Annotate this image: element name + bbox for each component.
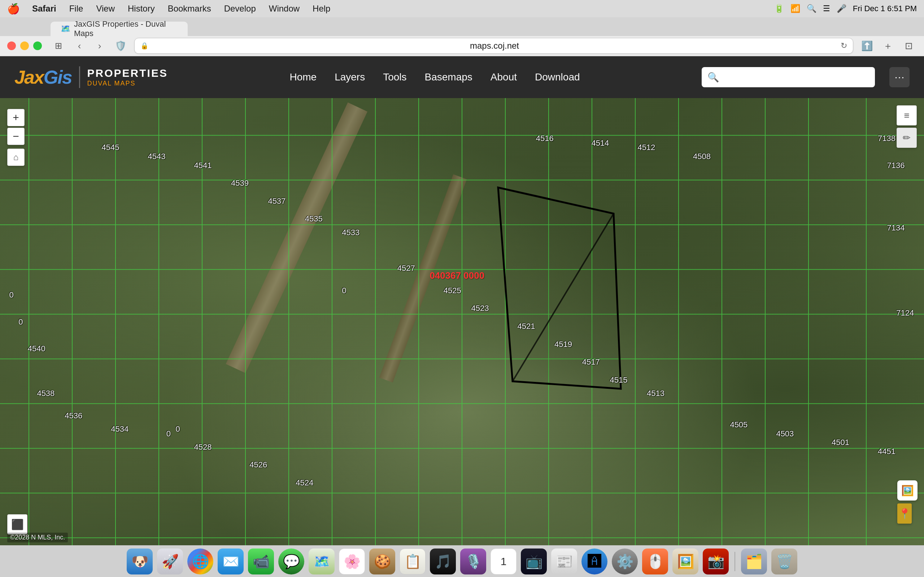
appstore-icon: 🅰 [588,554,601,569]
dock-appstore[interactable]: 🅰 [582,548,607,574]
cookies-icon: 🍪 [374,554,391,569]
header-search-container[interactable]: 🔍 [702,67,875,87]
reminders-icon: 📋 [404,554,421,569]
dock-safari-cookies[interactable]: 🍪 [369,548,395,574]
menubar-right: 🔋 📶 🔍 ☰ 🎤 Fri Dec 1 6:51 PM [774,4,917,13]
dock-reminders[interactable]: 📋 [399,548,426,574]
nav-layers[interactable]: Layers [334,71,365,83]
dock-launchpad[interactable]: 🚀 [157,548,183,574]
apple-menu[interactable]: 🍎 [7,3,20,15]
zoom-out-button[interactable]: − [7,128,24,145]
header-share-button[interactable]: ⋯ [889,67,909,87]
dock-sysprefs[interactable]: ⚙️ [612,548,638,574]
nav-basemaps[interactable]: Basemaps [425,71,472,83]
traffic-lights [7,42,42,50]
lock-icon: 🔒 [141,42,149,50]
toolbar-actions: ⬆️ ＋ ⊡ [859,38,917,54]
back-button[interactable]: ‹ [72,39,87,53]
photobooth-icon: 📸 [708,554,724,569]
podcasts-icon: 🎙️ [465,554,482,569]
app-header: Jax Gis PROPERTIES DUVAL MAPS Home Layer… [0,56,924,98]
appletv-icon: 📺 [525,554,543,569]
dock-music[interactable]: 🎵 [430,548,456,574]
macos-dock: 🐶 🚀 🌐 ✉️ 📹 💬 🗺️ 🌸 🍪 📋 🎵 🎙️ 1 📺 📰 🅰 [0,545,924,577]
nav-about[interactable]: About [491,71,517,83]
address-bar[interactable]: 🔒 maps.coj.net ↻ [134,38,853,54]
mail-icon: ✉️ [222,554,239,569]
share-button[interactable]: ⬆️ [859,38,875,54]
calendar-icon: 1 [501,555,507,567]
edit-view-button[interactable]: ✏ [897,128,917,148]
dock-appletv[interactable]: 📺 [521,548,547,574]
control-center-icon[interactable]: ☰ [823,4,830,13]
map-container[interactable]: 4545 4543 4541 4539 4537 4535 4533 4527 … [0,98,924,545]
tab-favicon: 🗺️ [61,24,70,34]
logo-divider [79,66,80,88]
logo-gis-text: Gis [44,66,72,88]
tab-title: JaxGIS Properties - Duval Maps [74,19,178,38]
nav-download[interactable]: Download [535,71,580,83]
launchpad-icon: 🚀 [162,554,179,569]
facetime-icon: 📹 [253,554,270,569]
menu-file[interactable]: File [67,3,86,15]
dock-news[interactable]: 📰 [551,548,577,574]
dock-calendar[interactable]: 1 [491,548,517,574]
wifi-icon: 📶 [790,4,800,13]
url-display: maps.coj.net [152,41,837,51]
dock-mail[interactable]: ✉️ [218,548,244,574]
preview-icon: 🖼️ [677,554,694,569]
dock-finder[interactable]: 🐶 [127,548,153,574]
dock-photobooth[interactable]: 📸 [703,548,729,574]
logo-jax-text: Jax [15,66,44,88]
dock-separator [735,552,735,571]
finder-icon: 🐶 [131,554,149,569]
tab-overview-button[interactable]: ⊡ [901,38,917,54]
browser-tab-active[interactable]: 🗺️ JaxGIS Properties - Duval Maps [50,22,188,36]
menu-develop[interactable]: Develop [222,3,258,15]
reload-button[interactable]: ↻ [841,41,847,50]
menu-window[interactable]: Window [267,3,302,15]
dock-maps[interactable]: 🗺️ [309,548,334,574]
screenshot-icon: ⬛ [11,519,24,530]
screenshot-button[interactable]: ⬛ [7,514,27,534]
home-button[interactable]: ⌂ [7,148,24,166]
dock-unknown1[interactable]: 🗂️ [741,548,767,574]
menu-history[interactable]: History [126,3,157,15]
dock-cursorpro[interactable]: 🖱️ [642,548,668,574]
app-logo: Jax Gis PROPERTIES DUVAL MAPS [15,66,168,88]
dock-podcasts[interactable]: 🎙️ [460,548,486,574]
datetime-display: Fri Dec 1 6:51 PM [853,4,917,13]
dock-facetime[interactable]: 📹 [248,548,274,574]
browser-tabs: 🗺️ JaxGIS Properties - Duval Maps [0,17,924,36]
dock-preview[interactable]: 🖼️ [672,548,698,574]
photo-thumbnail-button[interactable]: 🖼️ [897,480,918,501]
dock-photos[interactable]: 🌸 [339,548,365,574]
dock-unknown2[interactable]: 🗑️ [771,548,797,574]
new-tab-button[interactable]: ＋ [880,38,896,54]
unknown2-icon: 🗑️ [776,554,793,569]
menu-safari[interactable]: Safari [30,3,58,15]
unknown1-icon: 🗂️ [746,554,762,569]
messages-icon: 💬 [283,554,300,569]
header-search-input[interactable] [723,73,869,82]
menu-bookmarks[interactable]: Bookmarks [166,3,213,15]
maps-icon: 🗺️ [313,554,330,569]
photos-icon: 🌸 [344,554,360,569]
search-menubar-icon[interactable]: 🔍 [807,4,816,13]
close-button[interactable] [7,42,16,50]
dock-chrome[interactable]: 🌐 [187,548,213,574]
list-view-button[interactable]: ≡ [897,105,917,126]
zoom-in-button[interactable]: + [7,109,24,126]
menu-help[interactable]: Help [310,3,333,15]
menu-view[interactable]: View [94,3,117,15]
sidebar-toggle-button[interactable]: ⊞ [50,38,66,54]
minimize-button[interactable] [20,42,29,50]
map-controls-right: ≡ ✏ [897,105,917,148]
dock-messages[interactable]: 💬 [278,548,304,574]
nav-tools[interactable]: Tools [383,71,406,83]
macos-menubar: 🍎 Safari File View History Bookmarks Dev… [0,0,924,17]
forward-button[interactable]: › [92,39,107,53]
maximize-button[interactable] [33,42,42,50]
siri-icon[interactable]: 🎤 [837,4,846,13]
nav-home[interactable]: Home [289,71,317,83]
